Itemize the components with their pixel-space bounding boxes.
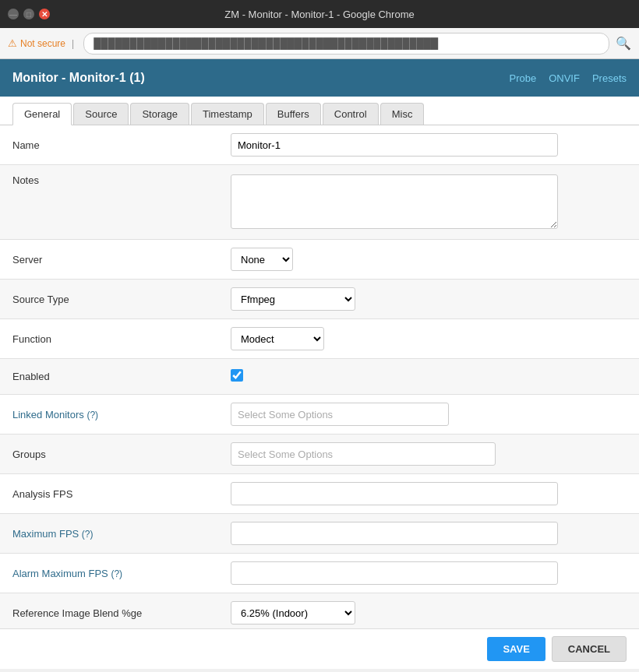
groups-label: Groups [12,449,231,460]
notes-row: Notes [0,165,639,240]
linked-monitors-select[interactable]: Select Some Options [231,403,449,426]
tab-timestamp[interactable]: Timestamp [191,103,264,125]
onvif-link[interactable]: ONVIF [549,72,580,84]
header-bar: Monitor - Monitor-1 (1) Probe ONVIF Pres… [0,59,639,97]
tab-buffers[interactable]: Buffers [266,103,321,125]
function-label: Function [12,333,231,345]
notes-control [231,174,627,231]
maximum-fps-label: Maximum FPS (?) [12,528,231,540]
source-type-label: Source Type [12,294,231,305]
enabled-row: Enabled [0,359,639,395]
server-control: None [231,248,627,271]
tabs: General Source Storage Timestamp Buffers… [0,97,639,125]
analysis-fps-control [231,482,627,505]
name-input[interactable] [231,133,558,157]
separator: | [72,38,74,49]
maximum-fps-control [231,522,627,545]
function-control: None Monitor Modect Record Mocord Nodect [231,327,627,350]
header-links: Probe ONVIF Presets [509,72,627,84]
server-label: Server [12,254,231,266]
source-type-row: Source Type Ffmpeg LibVLC cURL WebSite L… [0,280,639,319]
name-label: Name [12,139,231,151]
enabled-checkbox[interactable] [231,369,243,382]
url-text: ████████████████████████████████████████… [94,37,438,49]
enabled-control [231,369,627,384]
maximum-fps-label-text: Maximum FPS [12,528,82,540]
titlebar: — □ ✕ ZM - Monitor - Monitor-1 - Google … [0,0,639,28]
groups-select[interactable]: Select Some Options [231,442,496,466]
ref-image-blend-row: Reference Image Blend %ge 6.25% (Indoor)… [0,593,639,628]
form-content: Name Notes Server None Source Type Ffmpe… [0,125,639,628]
server-row: Server None [0,240,639,280]
name-row: Name [0,125,639,165]
addressbar: ⚠ Not secure | █████████████████████████… [0,28,639,59]
url-bar[interactable]: ████████████████████████████████████████… [83,33,609,55]
alarm-maximum-fps-help[interactable]: (?) [111,568,122,579]
tab-misc[interactable]: Misc [380,103,425,125]
maximum-fps-input[interactable] [231,522,558,545]
minimize-button[interactable]: — [8,9,19,19]
alarm-maximum-fps-label: Alarm Maximum FPS (?) [12,568,231,579]
linked-monitors-label: Linked Monitors (?) [12,409,231,420]
groups-placeholder: Select Some Options [238,449,333,460]
cancel-button[interactable]: CANCEL [552,636,627,662]
tab-storage[interactable]: Storage [130,103,189,125]
function-row: Function None Monitor Modect Record Moco… [0,319,639,359]
security-badge: ⚠ Not secure | [8,37,77,49]
tab-control[interactable]: Control [323,103,379,125]
ref-image-blend-control: 6.25% (Indoor) 12.5% 25% 50% [231,601,627,625]
maximum-fps-help[interactable]: (?) [82,529,94,540]
linked-monitors-placeholder: Select Some Options [238,409,333,420]
maximum-fps-row: Maximum FPS (?) [0,514,639,554]
alarm-maximum-fps-label-text: Alarm Maximum FPS [12,568,111,579]
analysis-fps-row: Analysis FPS [0,474,639,514]
function-select[interactable]: None Monitor Modect Record Mocord Nodect [231,327,324,350]
tab-general[interactable]: General [12,103,72,125]
probe-link[interactable]: Probe [509,72,536,84]
alarm-maximum-fps-control [231,561,627,585]
ref-image-blend-select[interactable]: 6.25% (Indoor) 12.5% 25% 50% [231,601,355,625]
groups-row: Groups Select Some Options [0,435,639,474]
presets-link[interactable]: Presets [592,72,627,84]
tab-source[interactable]: Source [73,103,129,125]
groups-control: Select Some Options [231,442,627,466]
alarm-maximum-fps-row: Alarm Maximum FPS (?) [0,554,639,593]
linked-monitors-row: Linked Monitors (?) Select Some Options [0,395,639,435]
footer: SAVE CANCEL [0,628,639,669]
source-type-select[interactable]: Ffmpeg LibVLC cURL WebSite Local Remote … [231,287,355,311]
security-text: Not secure [20,38,65,49]
close-button[interactable]: ✕ [39,9,50,19]
maximize-button[interactable]: □ [23,9,34,19]
alarm-maximum-fps-input[interactable] [231,561,558,585]
server-select[interactable]: None [231,248,293,271]
warning-icon: ⚠ [8,37,17,49]
enabled-label: Enabled [12,371,231,382]
linked-monitors-help[interactable]: (?) [86,410,98,420]
notes-label: Notes [12,174,231,186]
window-title: ZM - Monitor - Monitor-1 - Google Chrome [70,9,569,20]
analysis-fps-label: Analysis FPS [12,488,231,500]
search-icon[interactable]: 🔍 [616,36,631,51]
notes-input[interactable] [231,174,558,229]
monitor-title: Monitor - Monitor-1 (1) [12,71,145,85]
linked-monitors-label-text: Linked Monitors [12,409,86,420]
save-button[interactable]: SAVE [487,637,545,661]
source-type-control: Ffmpeg LibVLC cURL WebSite Local Remote … [231,287,627,311]
ref-image-blend-label: Reference Image Blend %ge [12,607,231,619]
analysis-fps-input[interactable] [231,482,558,505]
linked-monitors-control: Select Some Options [231,403,627,426]
name-control [231,133,627,157]
